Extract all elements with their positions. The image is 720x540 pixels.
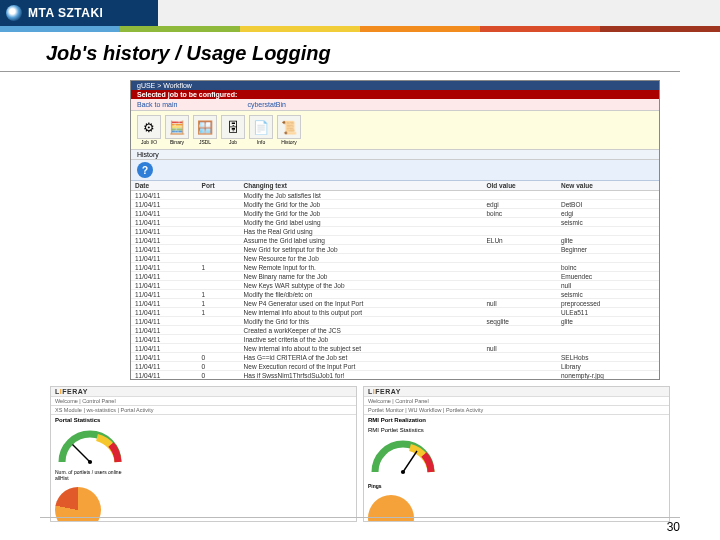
slide-title: Job's history / Usage Logging <box>0 32 680 72</box>
table-cell: 11/04/11 <box>131 200 198 209</box>
table-row[interactable]: 11/04/110New Execution record of the Inp… <box>131 362 659 371</box>
db-icon[interactable]: 🗄 <box>221 115 245 139</box>
brand-logo-icon <box>6 5 22 21</box>
table-cell: seqglite <box>482 317 557 326</box>
table-header: Port <box>198 181 240 191</box>
table-row[interactable]: 11/04/11Modify the Grid label usingseism… <box>131 218 659 227</box>
table-cell: New P4 Generator used on the Input Port <box>240 299 483 308</box>
table-row[interactable]: 11/04/11Created a workKeeper of the JCS <box>131 326 659 335</box>
table-row[interactable]: 11/04/11Assume the Grid label usingELUng… <box>131 236 659 245</box>
table-cell: Modify the Grid label using <box>240 218 483 227</box>
mini-breadcrumb: Portlet Monitor | WU Workflow | Portlets… <box>364 406 669 415</box>
table-cell <box>198 335 240 344</box>
table-cell: Has G==id CRITERIA of the Job set <box>240 353 483 362</box>
table-cell <box>482 281 557 290</box>
table-cell: 1 <box>198 263 240 272</box>
mini-tabs[interactable]: Welcome | Control Panel <box>364 397 669 406</box>
table-cell <box>198 326 240 335</box>
table-cell: Modify the file/db/etc on <box>240 290 483 299</box>
table-row[interactable]: 11/04/111New internal info about to this… <box>131 308 659 317</box>
selected-job-link[interactable]: cyberstatBin <box>247 101 286 108</box>
table-cell: New Keys WAR subtype of the Job <box>240 281 483 290</box>
table-row[interactable]: 11/04/110Has G==id CRITERIA of the Job s… <box>131 353 659 362</box>
table-header: Changing text <box>240 181 483 191</box>
table-row[interactable]: 11/04/11Inactive set criteria of the Job <box>131 335 659 344</box>
table-header: Date <box>131 181 198 191</box>
table-cell: New Remote Input for th. <box>240 263 483 272</box>
help-row: ? <box>131 160 659 181</box>
table-row[interactable]: 11/04/11New internal info about to the s… <box>131 344 659 353</box>
table-row[interactable]: 11/04/110New internal 4a.soocs in for su… <box>131 380 659 381</box>
table-row[interactable]: 11/04/11New Binary name for the JobEmuen… <box>131 272 659 281</box>
table-row[interactable]: 11/04/11Modify the Job satisfies list <box>131 191 659 200</box>
table-row[interactable]: 11/04/111New P4 Generator used on the In… <box>131 299 659 308</box>
table-cell <box>482 290 557 299</box>
table-header: Old value <box>482 181 557 191</box>
table-row[interactable]: 11/04/11New Grid for setInput for the Jo… <box>131 245 659 254</box>
table-cell: null <box>482 344 557 353</box>
mini-section: Pings <box>368 483 665 489</box>
table-cell <box>482 245 557 254</box>
table-cell: nonempty-r.jpg <box>557 371 659 380</box>
table-cell: New Execution record of the Input Port <box>240 362 483 371</box>
mini-dashboard-left: LIFERAY Welcome | Control Panel XS Modul… <box>50 386 357 522</box>
table-row[interactable]: 11/04/11Modify the Grid for thisseqglite… <box>131 317 659 326</box>
window-icon[interactable]: 🪟 <box>193 115 217 139</box>
table-row[interactable]: 11/04/111Modify the file/db/etc onseismi… <box>131 290 659 299</box>
table-row[interactable]: 11/04/111New Remote Input for th.boinc <box>131 263 659 272</box>
doc-icon[interactable]: 📄 <box>249 115 273 139</box>
table-cell: ELUn <box>482 236 557 245</box>
table-cell: Modify the Grid for the Job <box>240 209 483 218</box>
table-cell: 30000 <box>557 380 659 381</box>
table-cell: 11/04/11 <box>131 227 198 236</box>
table-cell: 11/04/11 <box>131 209 198 218</box>
svg-point-3 <box>401 470 405 474</box>
table-cell: boinc <box>482 209 557 218</box>
page-number: 30 <box>667 520 680 534</box>
history-table: DatePortChanging textOld valueNew value … <box>131 181 659 380</box>
table-cell: DetBOI <box>557 200 659 209</box>
table-cell <box>198 281 240 290</box>
calc-icon[interactable]: 🧮 <box>165 115 189 139</box>
job-history-panel: gUSE > Workflow Selected job to be confi… <box>130 80 660 380</box>
liferay-logo: LIFERAY <box>55 388 88 395</box>
table-cell: SELHobs <box>557 353 659 362</box>
liferay-logo: LIFERAY <box>368 388 401 395</box>
table-row[interactable]: 11/04/11Modify the Grid for the JobedgiD… <box>131 200 659 209</box>
selected-job-bar: Selected job to be configured: <box>131 90 659 99</box>
gear-icon[interactable]: ⚙ <box>137 115 161 139</box>
table-cell <box>198 254 240 263</box>
table-row[interactable]: 11/04/11Has the Real Grid using <box>131 227 659 236</box>
back-link[interactable]: Back to main <box>137 101 177 108</box>
table-cell <box>557 344 659 353</box>
table-cell: null <box>482 299 557 308</box>
history-icon[interactable]: 📜 <box>277 115 301 139</box>
table-cell <box>482 227 557 236</box>
color-strip <box>0 26 720 32</box>
tab-row: History <box>131 150 659 160</box>
table-cell: ULEa511 <box>557 308 659 317</box>
table-cell <box>198 218 240 227</box>
table-row[interactable]: 11/04/11New Resource for the Job <box>131 254 659 263</box>
table-cell: 11/04/11 <box>131 236 198 245</box>
toolbar-label: History <box>277 139 301 145</box>
help-icon[interactable]: ? <box>137 162 153 178</box>
table-cell: 11/04/11 <box>131 290 198 299</box>
table-cell: 0 <box>198 362 240 371</box>
table-cell: Has the Real Grid using <box>240 227 483 236</box>
toolbar-label: Binary <box>165 139 189 145</box>
table-cell: 11/04/11 <box>131 263 198 272</box>
table-cell: null <box>557 281 659 290</box>
table-cell <box>198 227 240 236</box>
table-row[interactable]: 11/04/110Has if SwssNim1ThrfsdSuJob1 for… <box>131 371 659 380</box>
table-row[interactable]: 11/04/11New Keys WAR subtype of the Jobn… <box>131 281 659 290</box>
tab-history[interactable]: History <box>137 151 159 158</box>
table-row[interactable]: 11/04/11Modify the Grid for the Jobboinc… <box>131 209 659 218</box>
table-cell: 11/04/11 <box>131 371 198 380</box>
table-cell <box>482 380 557 381</box>
mini-tabs[interactable]: Welcome | Control Panel <box>51 397 356 406</box>
table-cell: Inactive set criteria of the Job <box>240 335 483 344</box>
table-cell: 0 <box>198 371 240 380</box>
table-cell <box>482 254 557 263</box>
table-cell: glite <box>557 236 659 245</box>
